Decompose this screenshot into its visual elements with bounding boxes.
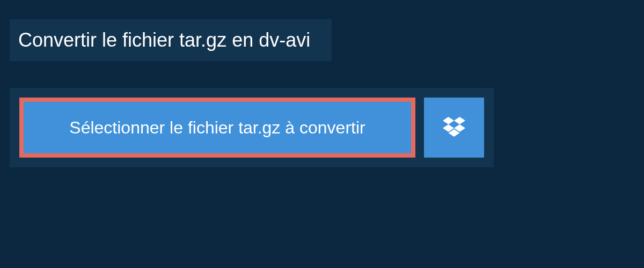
- select-file-button-label: Sélectionner le fichier tar.gz à convert…: [69, 118, 365, 138]
- dropbox-button[interactable]: [424, 98, 484, 158]
- page-title: Convertir le fichier tar.gz en dv-avi: [18, 29, 310, 51]
- dropbox-icon: [443, 117, 465, 138]
- select-file-button[interactable]: Sélectionner le fichier tar.gz à convert…: [19, 98, 415, 158]
- converter-box: Sélectionner le fichier tar.gz à convert…: [10, 88, 494, 167]
- title-bar: Convertir le fichier tar.gz en dv-avi: [10, 19, 332, 61]
